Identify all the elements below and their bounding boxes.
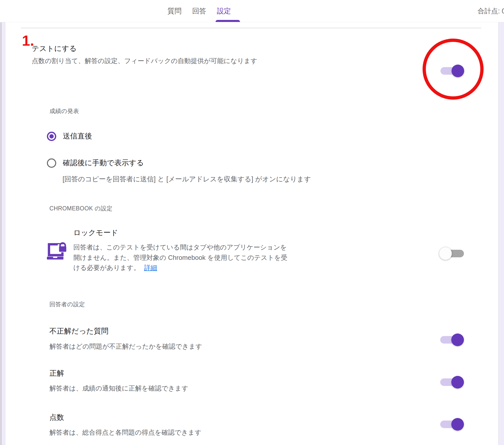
correct-answers-toggle[interactable] (440, 378, 464, 386)
radio-selected-icon (47, 132, 56, 141)
radio-option-manual-label: 確認後に手動で表示する (63, 158, 144, 168)
radio-option-immediate[interactable]: 送信直後 (47, 131, 92, 141)
quiz-setting-description: 点数の割り当て、解答の設定、フィードバックの自動提供が可能になります (32, 57, 257, 65)
radio-option-immediate-label: 送信直後 (63, 131, 92, 141)
tab-responses[interactable]: 回答 (192, 6, 206, 16)
respondent-settings-header: 回答者の設定 (49, 300, 85, 308)
learn-more-link[interactable]: 詳細 (144, 264, 157, 271)
lock-mode-description-line1: 回答者は、このテストを受けている間はタブや他のアプリケーションを (73, 242, 287, 253)
lock-mode-toggle-thumb (439, 247, 452, 260)
point-values-description: 解答者は、総合得点と各問題の得点を確認できます (49, 428, 201, 437)
top-navigation-bar: 質問 回答 設定 合計点: 0 (0, 0, 504, 22)
correct-answers-title: 正解 (49, 368, 64, 378)
lock-mode-description-line3: ける必要があります。詳細 (73, 263, 287, 273)
tab-questions[interactable]: 質問 (167, 6, 182, 16)
lock-mode-description-line3-text: ける必要があります。 (73, 264, 140, 271)
missed-questions-toggle-thumb (451, 333, 464, 346)
grade-release-header: 成績の発表 (49, 107, 79, 115)
total-points-label: 合計点: 0 (478, 0, 504, 22)
lock-mode-description-line2: 開けません。また、管理対象の Chromebook を使用してこのテストを受 (73, 253, 287, 263)
missed-questions-toggle[interactable] (440, 336, 464, 344)
radio-dot (49, 134, 54, 138)
missed-questions-description: 解答者はどの問題が不正解だったかを確認できます (49, 342, 202, 351)
point-values-toggle[interactable] (440, 421, 464, 428)
lock-mode-description: 回答者は、このテストを受けている間はタブや他のアプリケーションを 開けません。ま… (73, 242, 287, 273)
tab-settings[interactable]: 設定 (217, 6, 231, 16)
quiz-toggle-thumb (452, 65, 464, 77)
lock-mode-title: ロックモード (73, 228, 118, 238)
radio-option-manual-description: [回答のコピーを回答者に送信] と [メールアドレスを収集する] がオンになりま… (63, 175, 311, 184)
form-tabs: 質問 回答 設定 (167, 0, 231, 22)
point-values-toggle-thumb (451, 418, 464, 431)
radio-option-manual[interactable]: 確認後に手動で表示する (47, 158, 144, 168)
correct-answers-toggle-thumb (451, 376, 464, 388)
lock-mode-toggle[interactable] (440, 250, 464, 257)
window-edge-line (1, 22, 1, 445)
laptop-lock-icon (47, 241, 67, 262)
settings-card: 1. テストにする 点数の割り当て、解答の設定、フィードバックの自動提供が可能に… (5, 22, 498, 445)
selected-tab-indicator (216, 20, 240, 22)
correct-answers-description: 解答者は、成績の通知後に正解を確認できます (49, 384, 188, 393)
radio-unselected-icon (47, 158, 56, 168)
missed-questions-title: 不正解だった質問 (49, 326, 108, 336)
quiz-setting-title: テストにする (32, 44, 77, 54)
point-values-title: 点数 (49, 412, 64, 423)
chromebook-settings-header: CHROMEBOOK の設定 (49, 205, 112, 212)
card-top-divider (21, 28, 481, 28)
quiz-toggle[interactable] (440, 67, 464, 75)
